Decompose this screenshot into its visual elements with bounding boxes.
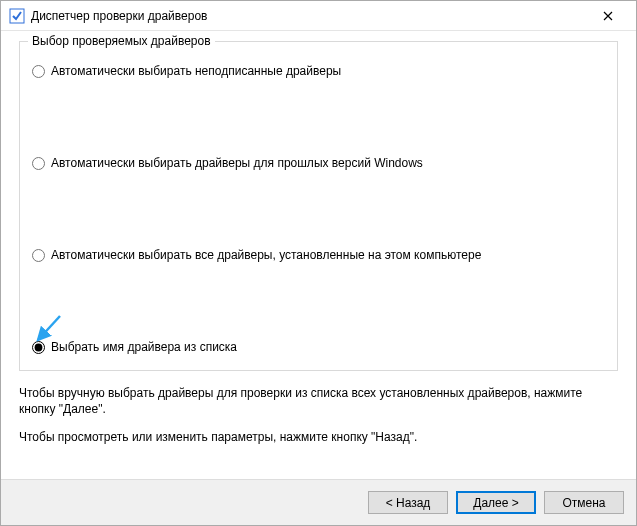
radio-input-all-drivers[interactable]: [32, 249, 45, 262]
app-icon: [9, 8, 25, 24]
close-icon: [603, 11, 613, 21]
instruction-line-2: Чтобы просмотреть или изменить параметры…: [19, 429, 618, 445]
radio-input-unsigned[interactable]: [32, 65, 45, 78]
radio-input-old-windows[interactable]: [32, 157, 45, 170]
radio-label: Автоматически выбирать драйверы для прош…: [51, 156, 423, 170]
radio-input-from-list[interactable]: [32, 341, 45, 354]
back-button[interactable]: < Назад: [368, 491, 448, 514]
window-title: Диспетчер проверки драйверов: [31, 9, 588, 23]
radio-option-old-windows[interactable]: Автоматически выбирать драйверы для прош…: [32, 156, 605, 170]
instructions-text: Чтобы вручную выбрать драйверы для прове…: [19, 385, 618, 446]
driver-selection-group: Выбор проверяемых драйверов Автоматическ…: [19, 41, 618, 371]
radio-option-all-drivers[interactable]: Автоматически выбирать все драйверы, уст…: [32, 248, 605, 262]
radio-option-from-list[interactable]: Выбрать имя драйвера из списка: [32, 340, 605, 354]
radio-option-unsigned[interactable]: Автоматически выбирать неподписанные дра…: [32, 64, 605, 78]
radio-label: Выбрать имя драйвера из списка: [51, 340, 237, 354]
content-area: Выбор проверяемых драйверов Автоматическ…: [1, 31, 636, 479]
radio-label: Автоматически выбирать все драйверы, уст…: [51, 248, 481, 262]
cancel-button[interactable]: Отмена: [544, 491, 624, 514]
titlebar: Диспетчер проверки драйверов: [1, 1, 636, 31]
instruction-line-1: Чтобы вручную выбрать драйверы для прове…: [19, 385, 618, 417]
close-button[interactable]: [588, 1, 628, 31]
dialog-window: Диспетчер проверки драйверов Выбор прове…: [0, 0, 637, 526]
group-legend: Выбор проверяемых драйверов: [28, 34, 215, 48]
radio-label: Автоматически выбирать неподписанные дра…: [51, 64, 341, 78]
next-button[interactable]: Далее >: [456, 491, 536, 514]
button-bar: < Назад Далее > Отмена: [1, 479, 636, 525]
